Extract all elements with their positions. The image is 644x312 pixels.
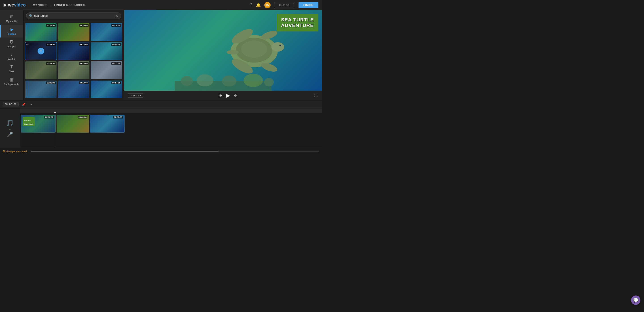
timeline-clip-1[interactable]: SEA TU...ADVENTURE 00:16:00 [21,115,56,133]
sidebar-item-backgrounds[interactable]: ▦ Backgrounds [0,75,23,88]
media-thumb-duration-3: 00:30:00 [111,24,121,27]
media-thumb-9[interactable]: 00:21:00 [91,61,122,79]
scissors-tool-button[interactable]: ✂ [28,102,34,107]
media-thumb-3[interactable]: 00:30:00 [91,23,122,41]
timeline-tracks: SEA TU...ADVENTURE 00:16:00 00:30:00 00:… [20,109,322,148]
bottom-bar: All changes are saved. [0,148,322,154]
media-thumb-5[interactable]: 00:28:00 [58,42,89,60]
search-input-wrap: 🔍 ✕ [26,12,121,19]
timeline-clip-3[interactable]: 00:30:00 [90,115,124,133]
skip-back-button[interactable]: ⏮ [218,92,224,99]
nav-my-video[interactable]: MY VIDEO [33,3,48,7]
music-note-area: 🎵 [6,119,14,127]
svg-point-2 [241,41,267,58]
finish-button[interactable]: FINISH [298,2,318,8]
topbar-nav: MY VIDEO | LINKED RESOURCES [33,3,86,7]
skip-forward-button[interactable]: ⏭ [233,92,238,99]
media-thumb-duration-9: 00:21:00 [111,62,121,65]
svg-point-13 [222,76,236,87]
logo[interactable]: wevideo [4,2,26,7]
pin-tool-button[interactable]: 📌 [20,102,27,107]
media-thumb-duration-7: 00:18:00 [46,62,56,65]
sidebar-item-audio[interactable]: ♪ Audio [0,50,23,62]
preview-video: SEA TURTLE ADVENTURE [124,10,322,91]
aspect-ratio-chevron: ▾ [140,94,141,97]
svg-point-11 [181,76,193,86]
search-input[interactable] [34,14,114,17]
backgrounds-icon: ▦ [10,77,14,82]
media-thumb-4[interactable]: 00:08:00♡+ [25,42,56,60]
timeline-timecode[interactable]: 00:00:00 [3,102,18,107]
preview-title-text: SEA TURTLE ADVENTURE [281,17,314,28]
clip-title-text: SEA TU...ADVENTURE [24,119,34,125]
aspect-ratio-icon: ▭ [130,94,132,97]
media-thumb-duration-1: 00:16:00 [46,24,56,27]
aspect-ratio-label: 16 : 9 [133,94,139,97]
favorite-icon-4[interactable]: ♡ [26,43,29,47]
search-clear-icon[interactable]: ✕ [116,14,118,18]
microphone-area[interactable]: + 🎤 [7,128,13,138]
nav-separator: | [50,3,51,7]
timeline-header: 00:00:00 📌 ✂ [0,100,322,109]
media-panel: 🔍 ✕ 00:16:0000:30:0000:30:0000:08:00♡+00… [24,10,124,100]
notification-icon[interactable]: 🔔 [256,3,261,7]
media-thumb-11[interactable]: 00:19:00 [58,81,89,98]
preview-panel: SEA TURTLE ADVENTURE ▭ 16 : 9 ▾ ⏮ ▶ ⏭ ⛶ [124,10,322,100]
timeline-playhead[interactable] [55,113,55,148]
media-thumb-6[interactable]: 00:08:00 [91,42,122,60]
main-content: ⊞ My media ▶ Videos 🖼 Images ♪ Audio T T… [0,10,322,100]
media-thumb-8[interactable]: 00:16:00 [58,61,89,79]
sidebar-item-label-backgrounds: Backgrounds [4,83,19,85]
sidebar-item-text[interactable]: T Text [0,62,23,75]
media-thumb-duration-10: 00:06:00 [46,81,56,84]
videos-icon: ▶ [10,27,14,32]
clip-1-duration: 00:16:00 [44,116,54,119]
sidebar-item-my-media[interactable]: ⊞ My media [0,12,23,25]
play-button[interactable]: ▶ [226,92,231,99]
clip-2-duration: 00:30:00 [78,116,88,119]
user-avatar[interactable]: WV [264,2,270,8]
sidebar-item-videos[interactable]: ▶ Videos [0,25,23,37]
topbar-left: wevideo MY VIDEO | LINKED RESOURCES [4,2,86,7]
timeline-scrollbar[interactable] [31,151,319,152]
timeline-area: 00:00:00 📌 ✂ 🎵 + 🎤 SEA TU...ADVENTURE 00… [0,100,322,148]
media-thumb-duration-12: 00:07:00 [111,81,121,84]
close-button[interactable]: CLOSE [274,2,295,8]
media-thumb-1[interactable]: 00:16:00 [25,23,56,41]
svg-point-9 [227,50,239,54]
add-to-timeline-button-4[interactable]: + [38,48,44,54]
fullscreen-button[interactable]: ⛶ [313,93,318,98]
preview-controls: ▭ 16 : 9 ▾ ⏮ ▶ ⏭ ⛶ [124,91,322,100]
timeline-scrollbar-thumb [31,151,218,152]
sidebar-item-label-images: Images [8,45,16,48]
media-thumb-2[interactable]: 00:30:00 [58,23,89,41]
media-thumb-12[interactable]: 00:07:00 [91,81,122,98]
sidebar-item-label-my-media: My media [6,20,17,22]
sidebar-item-images[interactable]: 🖼 Images [0,37,23,50]
timeline-clips-row: SEA TU...ADVENTURE 00:16:00 00:30:00 00:… [20,113,322,148]
timeline-body: 🎵 + 🎤 SEA TU...ADVENTURE 00:16:00 00:30:… [0,109,322,148]
help-icon[interactable]: ? [250,3,252,7]
timeline-left-panel: 🎵 + 🎤 [0,109,20,148]
topbar: wevideo MY VIDEO | LINKED RESOURCES ? 🔔 … [0,0,322,10]
clip-3-duration: 00:30:00 [113,116,123,119]
timeline-clip-2[interactable]: 00:30:00 [56,115,89,133]
images-icon: 🖼 [10,40,14,44]
logo-text: wevideo [8,2,26,7]
music-icon: 🎵 [6,119,14,127]
media-thumb-duration-11: 00:19:00 [79,81,88,84]
aspect-ratio-button[interactable]: ▭ 16 : 9 ▾ [128,93,143,98]
media-thumb-7[interactable]: 00:18:00 [25,61,56,79]
search-bar: 🔍 ✕ [24,10,124,21]
nav-linked-resources[interactable]: LINKED RESOURCES [54,3,86,7]
sidebar-item-label-text: Text [9,70,14,73]
svg-point-4 [280,45,281,46]
media-thumb-duration-2: 00:30:00 [79,24,88,27]
mic-add-icon: + [10,128,11,131]
media-thumb-duration-5: 00:28:00 [79,43,88,46]
media-thumb-10[interactable]: 00:06:00 [25,81,56,98]
svg-point-15 [264,78,274,86]
search-icon: 🔍 [29,14,33,18]
media-thumb-duration-8: 00:16:00 [79,62,88,65]
mic-icon: 🎤 [7,132,13,138]
